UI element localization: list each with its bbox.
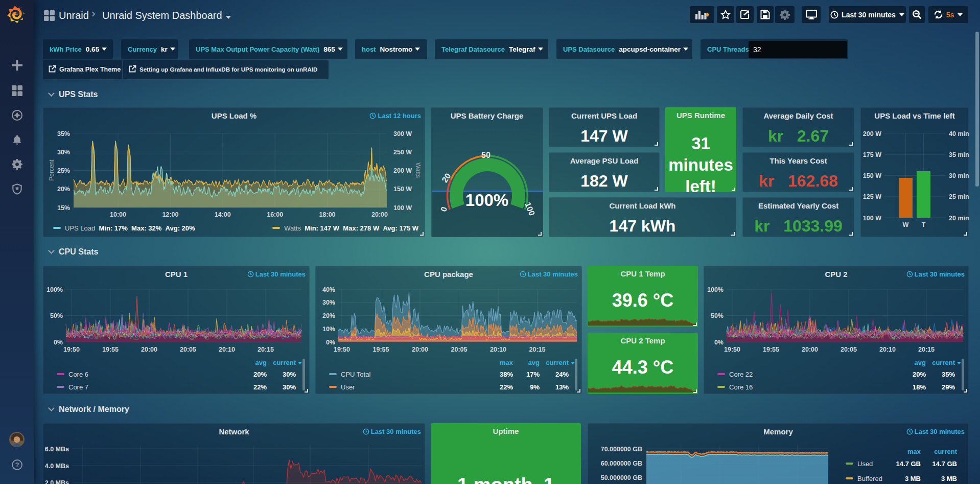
svg-text:25 min: 25 min — [949, 193, 969, 200]
svg-text:19:55: 19:55 — [102, 346, 119, 353]
svg-text:20:05: 20:05 — [841, 346, 857, 353]
svg-text:250 W: 250 W — [393, 149, 412, 156]
svg-text:150 W: 150 W — [863, 172, 881, 179]
svg-text:19:55: 19:55 — [373, 346, 389, 353]
svg-text:19:50: 19:50 — [63, 346, 80, 353]
svg-text:19:50: 19:50 — [334, 346, 350, 353]
svg-text:10%: 10% — [322, 326, 335, 333]
svg-text:20:00: 20:00 — [802, 346, 818, 353]
svg-text:W: W — [903, 221, 909, 228]
svg-text:19:50: 19:50 — [724, 346, 740, 353]
svg-text:0%: 0% — [326, 339, 335, 346]
svg-text:40%: 40% — [322, 286, 335, 293]
svg-text:50%: 50% — [50, 312, 63, 319]
svg-text:20:15: 20:15 — [258, 346, 274, 353]
svg-text:20:15: 20:15 — [918, 346, 935, 353]
svg-text:T: T — [922, 221, 926, 228]
svg-text:30%: 30% — [322, 299, 335, 306]
svg-text:150 W: 150 W — [393, 186, 412, 193]
svg-text:50.000000 GB: 50.000000 GB — [601, 474, 642, 481]
svg-text:20:05: 20:05 — [451, 346, 468, 353]
svg-text:100%: 100% — [46, 286, 63, 293]
svg-text:20%: 20% — [57, 186, 70, 193]
svg-text:20:10: 20:10 — [219, 346, 235, 353]
svg-text:20 min: 20 min — [949, 215, 969, 222]
svg-text:175 W: 175 W — [863, 151, 881, 158]
svg-text:300 W: 300 W — [393, 130, 412, 137]
svg-text:35%: 35% — [57, 130, 70, 137]
svg-text:Percent: Percent — [48, 159, 55, 181]
svg-text:35 min: 35 min — [949, 151, 969, 158]
svg-text:20:15: 20:15 — [529, 346, 546, 353]
svg-text:16:00: 16:00 — [267, 211, 283, 218]
svg-text:200 W: 200 W — [393, 167, 412, 174]
svg-text:20:10: 20:10 — [490, 346, 506, 353]
svg-text:?: ? — [15, 462, 19, 469]
svg-text:20:00: 20:00 — [141, 346, 157, 353]
svg-text:14:00: 14:00 — [215, 211, 231, 218]
svg-text:15%: 15% — [57, 204, 70, 212]
svg-text:19:55: 19:55 — [763, 346, 779, 353]
svg-text:100 W: 100 W — [393, 204, 412, 212]
svg-text:20:05: 20:05 — [180, 346, 196, 353]
svg-text:100%: 100% — [707, 286, 724, 293]
svg-text:0%: 0% — [54, 339, 63, 346]
svg-text:200 W: 200 W — [863, 130, 881, 137]
svg-text:0%: 0% — [714, 339, 724, 346]
svg-text:100 W: 100 W — [863, 215, 881, 222]
svg-text:20:00: 20:00 — [412, 346, 428, 353]
svg-text:20:10: 20:10 — [879, 346, 896, 353]
svg-text:50: 50 — [481, 151, 491, 159]
svg-text:25%: 25% — [57, 167, 70, 174]
svg-text:20:00: 20:00 — [371, 211, 388, 218]
svg-text:30 min: 30 min — [949, 172, 969, 179]
svg-text:2.0 MBs: 2.0 MBs — [45, 479, 69, 484]
svg-text:6.0 MBs: 6.0 MBs — [45, 446, 69, 453]
svg-text:20%: 20% — [322, 312, 335, 319]
svg-text:18:00: 18:00 — [319, 211, 336, 218]
svg-text:40 min: 40 min — [949, 130, 969, 137]
svg-text:125 W: 125 W — [863, 193, 881, 200]
svg-text:Watts: Watts — [414, 163, 422, 178]
svg-text:12:00: 12:00 — [162, 211, 178, 218]
svg-text:70.000000 GB: 70.000000 GB — [601, 446, 642, 453]
svg-text:4.0 MBs: 4.0 MBs — [45, 463, 69, 470]
svg-text:30%: 30% — [57, 149, 70, 156]
svg-text:10:00: 10:00 — [110, 211, 126, 218]
svg-text:50%: 50% — [711, 312, 724, 319]
svg-text:60.000000 GB: 60.000000 GB — [601, 460, 642, 467]
